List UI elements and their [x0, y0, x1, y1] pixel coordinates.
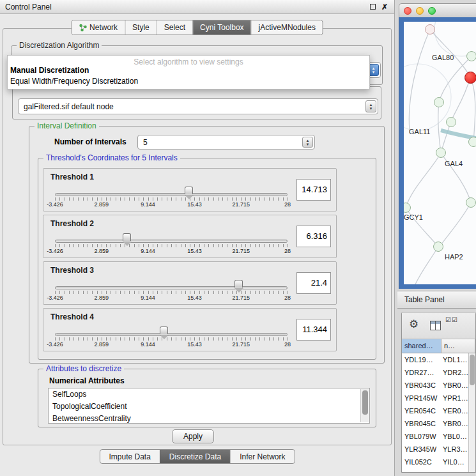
network-window-titlebar[interactable]: [399, 3, 476, 17]
slider-thumb[interactable]: [123, 233, 131, 241]
scale-label: 2.859: [95, 201, 109, 208]
slider-track[interactable]: [55, 193, 288, 196]
close-panel-button[interactable]: ✗: [380, 3, 389, 12]
table-row[interactable]: YLR345WYLR3…: [402, 443, 468, 456]
slider-track[interactable]: [55, 333, 288, 336]
table-row[interactable]: YDL19…YDL1…: [402, 353, 468, 366]
scale-label: 15.43: [187, 295, 202, 301]
column-header-shared-name[interactable]: shared…: [402, 339, 441, 353]
top-tab-bar: Network Style Select Cyni Toolbox jActiv…: [71, 20, 323, 35]
scale-label: 9.144: [141, 248, 155, 254]
threshold-3-panel: Threshold 3 -3.4262.8599.14415.4321.7152…: [43, 261, 337, 305]
float-panel-button[interactable]: [368, 3, 377, 12]
table-cell: YBR0…: [441, 417, 468, 430]
table-cell: YLR3…: [441, 443, 468, 456]
scrollbar-thumb[interactable]: [470, 355, 475, 385]
network-node[interactable]: [434, 97, 444, 107]
network-node-gal4[interactable]: [436, 148, 446, 158]
network-node-selected-red[interactable]: [464, 72, 476, 84]
threshold-3-value-field[interactable]: 21.4: [296, 272, 331, 294]
apply-button[interactable]: Apply: [172, 429, 214, 443]
node-label-gal11: GAL11: [409, 128, 430, 135]
thresholds-group-title: Threshold's Coordinates for 5 Intervals: [43, 153, 180, 162]
scale-label: 28: [284, 248, 291, 254]
table-cell: YDL19…: [402, 353, 441, 366]
attributes-list-scrollbar[interactable]: [360, 389, 369, 422]
threshold-3-slider[interactable]: -3.4262.8599.14415.4321.71528: [52, 277, 290, 303]
control-panel-titlebar: Control Panel ✗: [0, 0, 394, 14]
threshold-1-value-field[interactable]: 14.713: [296, 179, 331, 201]
tab-impute-data[interactable]: Impute Data: [100, 450, 159, 463]
arrow-down-icon: ▼: [372, 70, 376, 74]
column-checkbox-icons[interactable]: ☑☑: [445, 316, 458, 323]
tab-discretize-data[interactable]: Discretize Data: [160, 450, 230, 463]
slider-thumb[interactable]: [160, 326, 168, 334]
number-of-intervals-select[interactable]: 5 ▲▼: [137, 135, 315, 150]
scale-label: 2.859: [95, 295, 109, 301]
table-row[interactable]: YBL079WYBL0…: [402, 430, 468, 443]
tab-label: Network: [89, 23, 118, 32]
minimize-window-icon[interactable]: [416, 7, 424, 15]
table-data-group: Table Data galFiltered.sif default node …: [12, 86, 381, 119]
scrollbar-thumb[interactable]: [362, 390, 368, 415]
dropdown-option-manual-discretization[interactable]: Manual Discretization: [10, 66, 89, 75]
network-node-hap2[interactable]: [433, 242, 443, 252]
table-row[interactable]: YDR27…YDR2…: [402, 366, 468, 379]
tab-cyni-toolbox[interactable]: Cyni Toolbox: [192, 20, 250, 35]
table-cell: YPR145W: [402, 392, 441, 404]
network-node[interactable]: [468, 137, 476, 147]
cyni-toolbox-panel: Discretization Algorithm ▲▼ Select algor…: [3, 28, 392, 445]
threshold-4-value-field[interactable]: 11.344: [296, 319, 331, 341]
table-panel-titlebar[interactable]: Table Panel: [397, 291, 476, 309]
network-icon: [79, 24, 87, 32]
network-node-gal80[interactable]: [466, 51, 476, 61]
network-node[interactable]: [466, 197, 476, 208]
threshold-2-value-field[interactable]: 6.316: [296, 226, 331, 247]
slider-thumb[interactable]: [185, 187, 193, 194]
tab-network[interactable]: Network: [72, 20, 125, 35]
tab-style[interactable]: Style: [125, 20, 157, 35]
slider-track[interactable]: [55, 240, 288, 243]
table-columns-icon[interactable]: [430, 321, 441, 330]
network-node[interactable]: [425, 24, 435, 35]
table-row[interactable]: YIL052CYIL0…: [402, 456, 468, 468]
table-scrollbar[interactable]: [468, 353, 475, 472]
scale-label: 28: [284, 201, 291, 208]
desktop: Control Panel ✗ Network Style Select Cyn…: [0, 0, 476, 476]
network-canvas[interactable]: GAL80 GAL11 GAL4 GCY1 HAP2: [404, 22, 476, 284]
numerical-attributes-list[interactable]: SelfLoopsTopologicalCoefficientBetweenne…: [48, 388, 370, 424]
table-cell: YIL052C: [402, 456, 441, 468]
number-of-intervals-label: Number of Intervals: [54, 137, 127, 146]
network-node-gal11[interactable]: [446, 117, 456, 127]
attribute-list-item: TopologicalCoefficient: [49, 401, 369, 413]
slider-track[interactable]: [55, 286, 288, 289]
scale-label: -3.426: [47, 201, 63, 208]
table-cell: YDR27…: [402, 366, 441, 379]
dropdown-option-equal-width-frequency[interactable]: Equal Width/Frequency Discretization: [10, 77, 138, 86]
threshold-1-slider[interactable]: -3.4262.8599.14415.4321.71528: [52, 184, 290, 210]
network-view-window: GAL80 GAL11 GAL4 GCY1 HAP2: [399, 3, 476, 289]
scale-label: 2.859: [95, 341, 109, 348]
combo-stepper-icon: ▲▼: [302, 137, 313, 148]
slider-ticks: [55, 337, 288, 341]
table-row[interactable]: YPR145WYPR1…: [402, 392, 468, 404]
tab-infer-network[interactable]: Infer Network: [230, 450, 294, 463]
close-window-icon[interactable]: [404, 7, 411, 15]
tab-jactivemodules[interactable]: jActiveMNodules: [251, 20, 323, 35]
column-header-name[interactable]: n…: [441, 339, 475, 353]
slider-thumb[interactable]: [234, 280, 243, 288]
table-row[interactable]: YBR045CYBR0…: [402, 417, 468, 430]
tab-select[interactable]: Select: [157, 20, 192, 35]
threshold-2-slider[interactable]: -3.4262.8599.14415.4321.71528: [52, 231, 290, 256]
scale-label: 15.43: [187, 248, 202, 254]
table-row[interactable]: YBR043CYBR0…: [402, 379, 468, 392]
table-data-select[interactable]: galFiltered.sif default node ▲▼: [18, 98, 378, 114]
algorithm-group-title: Discretization Algorithm: [17, 41, 102, 50]
scale-label: 2.859: [95, 248, 109, 254]
zoom-window-icon[interactable]: [428, 7, 436, 15]
threshold-4-slider[interactable]: -3.4262.8599.14415.4321.71528: [52, 324, 290, 349]
table-row[interactable]: YER054CYER0…: [402, 404, 468, 417]
gear-icon[interactable]: ⚙: [409, 319, 418, 330]
table-cell: YER054C: [402, 404, 441, 417]
arrow-down-icon: ▼: [369, 107, 373, 111]
